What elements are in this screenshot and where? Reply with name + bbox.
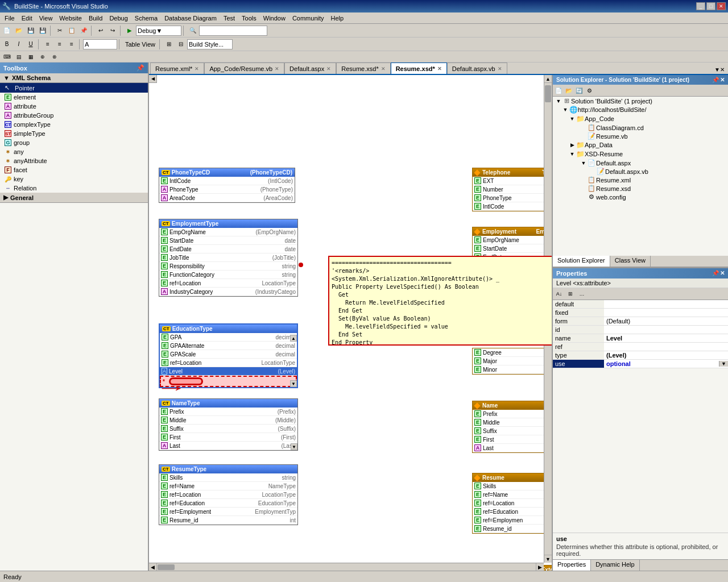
format-btn2[interactable]: I bbox=[13, 39, 24, 49]
tab-properties[interactable]: Properties bbox=[553, 560, 591, 571]
scroll-up-left[interactable]: ◀ bbox=[149, 75, 157, 83]
sol-resume-xml[interactable]: 📋 Resume.xml bbox=[553, 176, 728, 184]
vscroll-down[interactable]: ▼ bbox=[544, 555, 552, 563]
run-button[interactable]: ▶ bbox=[124, 26, 135, 36]
toolbox-complextype[interactable]: CT complexType bbox=[0, 120, 148, 129]
copy-button[interactable]: 📋 bbox=[66, 26, 77, 36]
open-button[interactable]: 📂 bbox=[13, 26, 24, 36]
tab-resume-xsd-1[interactable]: Resume.xsd* ✕ bbox=[336, 63, 390, 74]
undo-button[interactable]: ↩ bbox=[95, 26, 106, 36]
sol-tb1[interactable]: 📄 bbox=[554, 86, 563, 95]
build-style-dropdown[interactable]: Build Style... bbox=[187, 39, 233, 49]
tab-dynamic-help[interactable]: Dynamic Help bbox=[591, 560, 639, 571]
props-alphabetical[interactable]: A↓ bbox=[554, 289, 564, 298]
prop-name-value[interactable]: Level bbox=[604, 334, 728, 343]
prop-use-value[interactable]: optional ▼ bbox=[604, 360, 728, 368]
tab-overflow[interactable]: ▼✕ bbox=[712, 65, 727, 74]
align-center[interactable]: ≡ bbox=[54, 39, 65, 49]
prop-type-value[interactable]: (Level) bbox=[604, 351, 728, 360]
toolbox-anyattribute[interactable]: ∗ anyAttribute bbox=[0, 156, 148, 165]
sol-root[interactable]: ▼ ⊞ Solution 'BuildSite' (1 project) bbox=[553, 97, 728, 105]
sol-classdiagram[interactable]: 📋 ClassDiagram.cd bbox=[553, 123, 728, 132]
toolbox-attributegroup[interactable]: A attributeGroup bbox=[0, 111, 148, 120]
props-extra[interactable]: … bbox=[577, 289, 587, 298]
toolbox-key[interactable]: 🔑 key bbox=[0, 174, 148, 184]
prop-form-value[interactable]: (Default) bbox=[604, 317, 728, 326]
menu-build[interactable]: Build bbox=[85, 14, 106, 23]
menu-community[interactable]: Community bbox=[289, 14, 328, 23]
sol-pin[interactable]: 📌 bbox=[712, 77, 719, 83]
find-text[interactable] bbox=[199, 26, 267, 36]
align-left[interactable]: ≡ bbox=[42, 39, 53, 49]
hscroll-right[interactable]: ▶ bbox=[536, 563, 544, 571]
sol-web-config[interactable]: ⚙ web.config bbox=[553, 193, 728, 201]
extra-btn4[interactable]: ⊕ bbox=[37, 52, 48, 62]
menu-database-diagram[interactable]: Database Diagram bbox=[161, 14, 220, 23]
sol-close[interactable]: ✕ bbox=[720, 77, 725, 83]
vscroll-thumb[interactable] bbox=[545, 85, 551, 102]
format-btn3[interactable]: U bbox=[25, 39, 36, 49]
prop-default-value[interactable] bbox=[604, 300, 728, 309]
toolbox-simpletype[interactable]: ST simpleType bbox=[0, 129, 148, 138]
new-project-button[interactable]: 📄 bbox=[1, 26, 13, 36]
menu-window[interactable]: Window bbox=[260, 14, 289, 23]
minimize-button[interactable]: _ bbox=[696, 2, 705, 10]
extra-btn2[interactable]: ▤ bbox=[13, 52, 24, 62]
schema-canvas[interactable]: ◀ CT PhoneTypeCD (PhoneTypeCD) E IntlCod… bbox=[149, 75, 552, 571]
sol-tb4[interactable]: ⚙ bbox=[585, 86, 594, 95]
toolbox-section-xml[interactable]: ▼ XML Schema bbox=[0, 73, 148, 83]
prop-use-row[interactable]: use optional ▼ bbox=[553, 360, 728, 368]
toolbox-relation[interactable]: ↔ Relation bbox=[0, 184, 148, 193]
props-close[interactable]: ✕ bbox=[720, 270, 725, 277]
prop-fixed-value[interactable] bbox=[604, 309, 728, 317]
tab-close-2[interactable]: ✕ bbox=[275, 66, 279, 72]
redo-button[interactable]: ↪ bbox=[107, 26, 118, 36]
sol-resume-vb[interactable]: 📝 Resume.vb bbox=[553, 132, 728, 140]
menu-tools[interactable]: Tools bbox=[238, 14, 260, 23]
menu-edit[interactable]: Edit bbox=[18, 14, 36, 23]
menu-website[interactable]: Website bbox=[56, 14, 85, 23]
menu-debug[interactable]: Debug bbox=[106, 14, 131, 23]
tab-resume-xml[interactable]: Resume.xml* ✕ bbox=[150, 63, 204, 74]
sol-tb3[interactable]: 🔄 bbox=[574, 86, 584, 95]
extra-btn3[interactable]: ▦ bbox=[25, 52, 36, 62]
cut-button[interactable]: ✂ bbox=[54, 26, 65, 36]
sol-xsd-resume[interactable]: ▼ 📁 XSD-Resume bbox=[553, 149, 728, 159]
tab-app-code-resume[interactable]: App_Code/Resume.vb ✕ bbox=[204, 63, 284, 74]
sol-default-aspx-vb[interactable]: 📝 Default.aspx.vb bbox=[553, 167, 728, 176]
props-categorized[interactable]: ⊞ bbox=[565, 289, 576, 298]
use-dropdown[interactable]: optional ▼ bbox=[604, 360, 728, 368]
hscroll-thumb[interactable] bbox=[158, 564, 175, 570]
menu-schema[interactable]: Schema bbox=[131, 14, 161, 23]
edu-scroll-up[interactable]: ▲ bbox=[290, 335, 297, 342]
sol-app-data[interactable]: ▶ 📁 App_Data bbox=[553, 140, 728, 149]
edu-scroll-down[interactable]: ▼ bbox=[290, 380, 297, 387]
prop-ref-value[interactable] bbox=[604, 343, 728, 351]
save-button[interactable]: 💾 bbox=[25, 26, 36, 36]
toolbox-section-general[interactable]: ▶ General bbox=[0, 193, 148, 203]
tab-close-5[interactable]: ✕ bbox=[437, 66, 442, 72]
toolbox-attribute[interactable]: A attribute bbox=[0, 102, 148, 111]
debug-dropdown[interactable]: Debug ▼ bbox=[136, 26, 181, 36]
hscroll-left[interactable]: ◀ bbox=[149, 563, 157, 571]
format-btn1[interactable]: B bbox=[1, 39, 13, 49]
menu-view[interactable]: View bbox=[36, 14, 56, 23]
dropdown-arrow-icon[interactable]: ▼ bbox=[719, 361, 728, 367]
toolbox-element[interactable]: E element bbox=[0, 93, 148, 102]
paste-button[interactable]: 📌 bbox=[78, 26, 89, 36]
extra-btn5[interactable]: ⊗ bbox=[49, 52, 60, 62]
props-pin[interactable]: 📌 bbox=[712, 270, 719, 277]
menu-help[interactable]: Help bbox=[328, 14, 348, 23]
toolbox-pin[interactable]: 📌 bbox=[136, 64, 144, 72]
tab-class-view[interactable]: Class View bbox=[610, 256, 651, 267]
sol-tb2[interactable]: 📂 bbox=[564, 86, 573, 95]
sol-resume-xsd[interactable]: 📋 Resume.xsd bbox=[553, 184, 728, 193]
prop-id-value[interactable] bbox=[604, 326, 728, 334]
toolbox-pointer[interactable]: ↖ Pointer bbox=[0, 83, 148, 93]
schema-hscroll[interactable]: ◀ ▶ bbox=[149, 563, 544, 571]
font-size[interactable]: A bbox=[83, 39, 117, 49]
sol-default-aspx[interactable]: ▼ 📄 Default.aspx bbox=[553, 159, 728, 167]
toolbox-group[interactable]: G group bbox=[0, 138, 148, 147]
tab-sol-explorer[interactable]: Solution Explorer bbox=[553, 256, 610, 267]
align-right[interactable]: ≡ bbox=[66, 39, 77, 49]
